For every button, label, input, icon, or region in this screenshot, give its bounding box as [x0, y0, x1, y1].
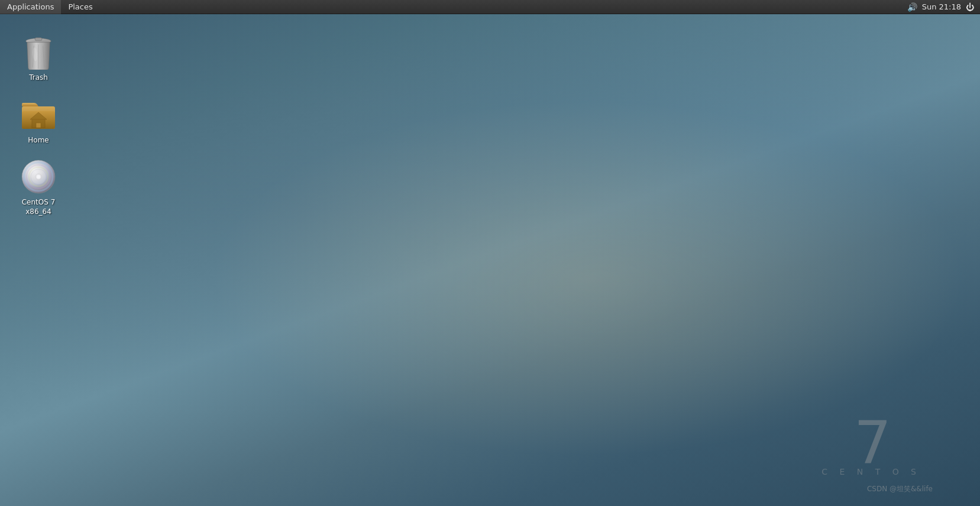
csdn-credit: CSDN @坦笑&&life — [867, 484, 933, 494]
home-icon-item[interactable]: Home — [12, 92, 65, 149]
trash-graphic — [20, 33, 57, 71]
desktop-icons: Trash — [0, 18, 77, 232]
clock: Sun 21:18 — [922, 2, 961, 11]
centos-dvd-label: CentOS 7 x86_64 — [15, 198, 62, 216]
svg-point-18 — [31, 169, 46, 184]
trash-label: Trash — [29, 73, 48, 83]
centos-version-number: 7 — [854, 414, 889, 473]
volume-icon[interactable]: 🔊 — [907, 2, 917, 12]
home-graphic — [20, 96, 57, 134]
centos-watermark: 7 C E N T O S — [821, 414, 921, 476]
cd-graphic — [20, 158, 57, 196]
centos-brand-text: C E N T O S — [821, 467, 921, 476]
top-panel: Applications Places 🔊 Sun 21:18 ⏻ — [0, 0, 980, 14]
svg-rect-10 — [36, 123, 41, 128]
applications-menu[interactable]: Applications — [0, 0, 61, 14]
centos-dvd-icon-item[interactable]: CentOS 7 x86_64 — [12, 154, 65, 220]
trash-icon-item[interactable]: Trash — [12, 30, 65, 86]
places-menu[interactable]: Places — [61, 0, 99, 14]
power-icon[interactable]: ⏻ — [966, 2, 974, 12]
svg-rect-1 — [35, 38, 42, 41]
panel-left: Applications Places — [0, 0, 100, 14]
home-label: Home — [28, 136, 48, 145]
panel-right: 🔊 Sun 21:18 ⏻ — [907, 2, 980, 12]
